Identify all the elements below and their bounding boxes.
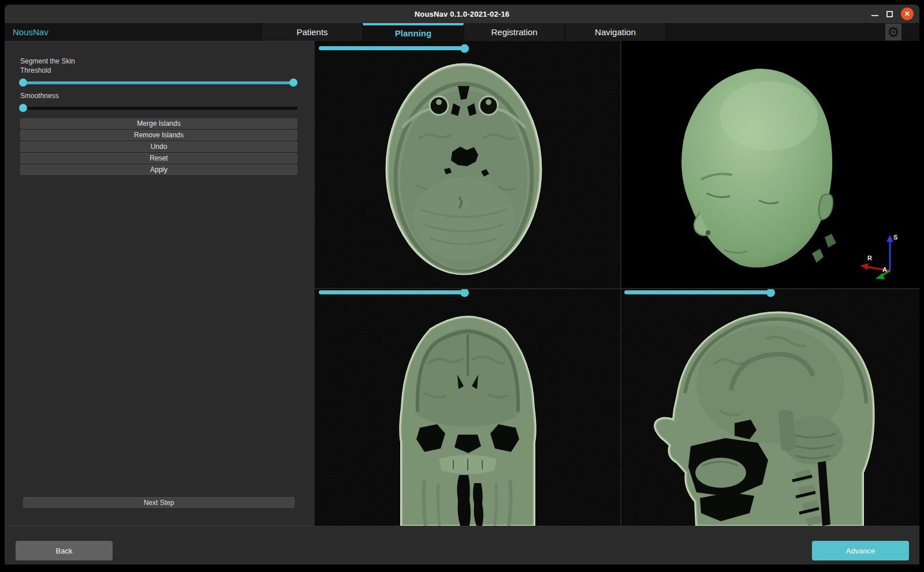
tab-planning[interactable]: Planning (363, 23, 464, 41)
coronal-viewport[interactable] (315, 289, 620, 526)
reset-button[interactable]: Reset (20, 153, 297, 163)
tab-registration[interactable]: Registration (464, 23, 565, 41)
axial-slider-handle[interactable] (460, 44, 469, 53)
threshold-low-handle[interactable] (19, 78, 27, 87)
app-window: NousNav 0.1.0-2021-02-16 ✕ NousNav Patie… (0, 0, 924, 572)
sagittal-slice-image (621, 289, 919, 526)
smoothness-slider[interactable] (19, 104, 297, 112)
threshold-label: Threshold (20, 66, 51, 74)
merge-islands-button[interactable]: Merge Islands (20, 118, 297, 129)
coronal-slider-fill (319, 290, 464, 294)
threshold-high-handle[interactable] (289, 78, 297, 87)
right-axis-label: R (867, 255, 872, 261)
slice-viewer: S R A (315, 41, 919, 526)
titlebar[interactable]: NousNav 0.1.0-2021-02-16 ✕ (5, 5, 919, 23)
window-controls: ✕ (871, 5, 914, 23)
volume-3d-viewport[interactable]: S R A (621, 41, 919, 288)
sagittal-slider-handle[interactable] (766, 289, 775, 297)
axial-slice-slider[interactable] (319, 44, 616, 53)
maximize-icon[interactable] (886, 11, 893, 17)
sagittal-slice-slider[interactable] (624, 289, 916, 297)
next-step-button[interactable]: Next Step (23, 497, 295, 508)
section-title: Segment the Skin (20, 57, 75, 65)
coronal-slider-handle[interactable] (460, 289, 469, 297)
sagittal-slider-fill (624, 290, 770, 294)
advance-button[interactable]: Advance (812, 541, 909, 560)
minimize-icon[interactable] (871, 15, 878, 16)
superior-axis-label: S (893, 234, 897, 241)
app-brand: NousNav (13, 23, 49, 41)
settings-button[interactable]: ⚙ (885, 24, 901, 40)
axial-slice-image (315, 41, 620, 288)
axial-slider-fill (319, 46, 464, 50)
sagittal-viewport[interactable] (621, 289, 919, 526)
threshold-track (19, 81, 297, 84)
axial-viewport[interactable] (315, 41, 620, 288)
back-button[interactable]: Back (16, 541, 113, 560)
tab-bar: NousNav Patients Planning Registration N… (5, 23, 919, 41)
smoothness-track (19, 107, 297, 110)
tab-navigation[interactable]: Navigation (565, 23, 666, 41)
apply-button[interactable]: Apply (20, 165, 297, 175)
undo-button[interactable]: Undo (20, 141, 297, 152)
anterior-axis-label: A (882, 266, 887, 273)
smoothness-handle[interactable] (19, 104, 27, 112)
window-title: NousNav 0.1.0-2021-02-16 (415, 10, 510, 18)
tab-patients[interactable]: Patients (262, 23, 363, 41)
smoothness-label: Smoothness (20, 92, 59, 100)
close-icon[interactable]: ✕ (901, 8, 914, 20)
coronal-slice-image (315, 289, 620, 526)
volume-3d-render: S R A (621, 41, 919, 288)
threshold-range-slider[interactable] (19, 78, 297, 87)
remove-islands-button[interactable]: Remove Islands (20, 130, 297, 140)
coronal-slice-slider[interactable] (319, 289, 616, 297)
footer-bar: Back Advance (5, 526, 919, 564)
gear-icon: ⚙ (887, 25, 900, 39)
sidebar: Segment the Skin Threshold Smoothness Me… (5, 41, 315, 526)
